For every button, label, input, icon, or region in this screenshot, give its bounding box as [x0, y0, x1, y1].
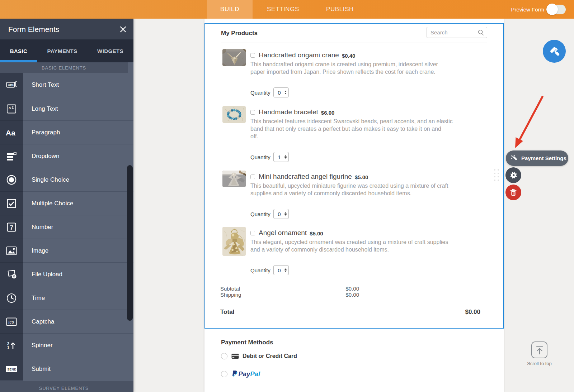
sidebar-tab-basic[interactable]: BASIC	[0, 39, 37, 62]
top-tab-settings[interactable]: SETTINGS	[253, 0, 314, 19]
svg-text:2: 2	[7, 341, 9, 345]
subtotal-label: Subtotal	[220, 286, 240, 292]
close-icon[interactable]	[120, 26, 126, 33]
sidebar-item-image[interactable]: Image	[0, 239, 133, 262]
summary-divider-top	[220, 281, 361, 281]
sidebar-scrollbar[interactable]	[127, 165, 133, 321]
app: BUILDSETTINGSPUBLISH Preview Form Form E…	[0, 0, 574, 392]
sidebar-item-spinner[interactable]: 21 Spinner	[0, 333, 133, 357]
quantity-select[interactable]: 0	[273, 209, 289, 219]
dropdown-icon	[0, 144, 23, 168]
captcha-icon: ic8	[0, 310, 23, 333]
stepper-arrows-icon	[284, 268, 287, 272]
payment-method-radio[interactable]	[221, 371, 227, 377]
product-checkbox[interactable]	[250, 53, 255, 58]
svg-text:SEND: SEND	[7, 368, 17, 371]
product-checkbox[interactable]	[250, 231, 255, 235]
active-tab-underline	[0, 60, 37, 62]
element-label: Time	[32, 295, 45, 302]
svg-text:ABC: ABC	[8, 83, 14, 87]
sidebar-tab-payments[interactable]: PAYMENTS	[37, 39, 87, 62]
svg-text:7: 7	[10, 224, 13, 231]
preview-form-area: Preview Form	[511, 0, 566, 19]
sidebar-item-short-text[interactable]: ABC Short Text	[0, 73, 133, 97]
quantity-select[interactable]: 0	[273, 87, 289, 97]
toggle-knob-icon	[546, 4, 558, 15]
element-label: Multiple Choice	[32, 200, 73, 207]
quantity-value: 0	[274, 211, 285, 217]
top-tab-build[interactable]: BUILD	[207, 0, 253, 19]
product-price: $0.40	[342, 52, 356, 59]
paypal-icon: PayPal	[231, 370, 263, 378]
top-tab-publish[interactable]: PUBLISH	[314, 0, 366, 19]
product-checkbox[interactable]	[250, 175, 255, 179]
product-name: Mini handcrafted angel figurine	[259, 173, 352, 181]
form-designer-button[interactable]	[543, 40, 566, 63]
preview-form-toggle[interactable]	[547, 5, 566, 14]
quantity-select[interactable]: 1	[273, 152, 289, 162]
svg-text:A: A	[9, 105, 11, 109]
survey-elements-label: SURVEY ELEMENTS	[0, 381, 128, 391]
stepper-arrows-icon	[284, 91, 287, 94]
delete-field-button[interactable]	[505, 185, 521, 200]
product-checkbox[interactable]	[250, 110, 255, 115]
sidebar-tab-widgets[interactable]: WIDGETS	[87, 39, 133, 62]
paragraph-icon: Aa	[0, 120, 23, 144]
section-header-survey-elements: SURVEY ELEMENTS	[0, 381, 133, 392]
shipping-label: Shipping	[220, 292, 241, 298]
quantity-value: 0	[274, 267, 285, 273]
product-description: This elegant, upcycled ornament was crea…	[250, 238, 487, 253]
sidebar-tabs: BASICPAYMENTSWIDGETS	[0, 39, 133, 62]
payment-method-radio[interactable]	[221, 353, 227, 359]
time-icon	[0, 286, 23, 310]
product-description: This bracelet features iridescent Swarov…	[250, 118, 487, 140]
drag-handle-icon[interactable]	[494, 169, 499, 181]
element-label: Dropdown	[32, 153, 60, 160]
submit-icon: SEND	[0, 357, 23, 381]
element-label: Image	[32, 247, 48, 254]
payment-methods-title: Payment Methods	[221, 339, 486, 346]
shipping-row: Shipping $0.00	[220, 292, 361, 298]
products-field-title: My Products	[221, 30, 258, 37]
shipping-value: $0.00	[345, 292, 359, 298]
quantity-select[interactable]: 0	[273, 265, 289, 275]
sidebar-item-multiple-choice[interactable]: Multiple Choice	[0, 191, 133, 215]
field-settings-button[interactable]	[505, 167, 521, 183]
subtotal-row: Subtotal $0.00	[220, 286, 361, 292]
product-image-origami-crane	[222, 49, 246, 66]
long-text-icon: A	[0, 97, 23, 120]
sidebar-item-submit[interactable]: SEND Submit	[0, 357, 133, 381]
stepper-arrows-icon	[284, 155, 287, 159]
sidebar-item-file-upload[interactable]: File Upload	[0, 262, 133, 286]
total-value: $0.00	[465, 309, 480, 316]
sidebar-item-number[interactable]: 7 Number	[0, 215, 133, 239]
sidebar-item-long-text[interactable]: A Long Text	[0, 97, 133, 120]
product-price: $6.00	[321, 109, 335, 116]
svg-text:1: 1	[7, 345, 9, 350]
search-icon	[478, 29, 484, 35]
sidebar-item-single-choice[interactable]: Single Choice	[0, 168, 133, 191]
svg-text:Aa: Aa	[6, 128, 15, 137]
product-row: Mini handcrafted angel figurine $5.00 Th…	[222, 171, 487, 219]
total-row: Total $0.00	[220, 309, 480, 316]
top-tabs: BUILDSETTINGSPUBLISH	[207, 0, 366, 19]
scroll-to-top-button[interactable]: Scroll to top	[523, 341, 556, 366]
sidebar-item-captcha[interactable]: ic8 Captcha	[0, 310, 133, 333]
sidebar-item-time[interactable]: Time	[0, 286, 133, 310]
search-input[interactable]	[427, 29, 478, 35]
element-label: File Upload	[32, 271, 62, 278]
stepper-arrows-icon	[284, 212, 287, 216]
sidebar-item-dropdown[interactable]: Dropdown	[0, 144, 133, 168]
number-icon: 7	[0, 215, 23, 239]
section-header-basic-elements: BASIC ELEMENTS	[0, 62, 128, 73]
image-icon	[0, 239, 23, 262]
product-row: Handcrafted origami crane $0.40 This han…	[222, 49, 487, 97]
subtotal-value: $0.00	[345, 286, 359, 292]
product-search	[427, 27, 487, 38]
payment-settings-button[interactable]: Payment Settings	[506, 150, 568, 166]
form-elements-header: Form Elements	[0, 19, 133, 39]
sidebar-item-paragraph[interactable]: Aa Paragraph	[0, 120, 133, 144]
quantity-label: Quantity	[250, 267, 270, 273]
form-elements-title: Form Elements	[8, 25, 120, 34]
form-elements-panel: Form Elements BASICPAYMENTSWIDGETS BASIC…	[0, 19, 133, 392]
